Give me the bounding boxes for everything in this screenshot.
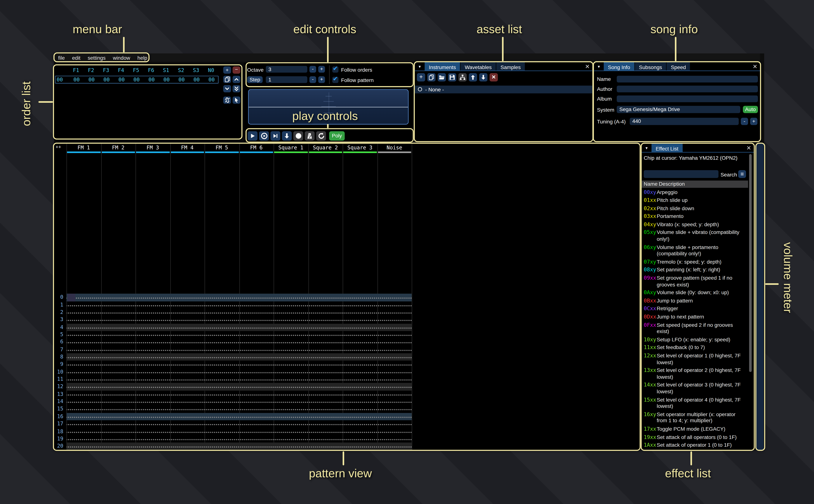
menu-item-help[interactable]: help <box>137 55 147 60</box>
pattern-row[interactable]: 15 <box>54 405 412 413</box>
menu-item-window[interactable]: window <box>113 55 130 60</box>
effect-row[interactable]: 01xxPitch slide up <box>642 196 748 204</box>
pattern-row[interactable]: 1 <box>54 301 412 309</box>
effect-row[interactable]: 14xxSet level of operator 3 (0 highest, … <box>642 381 748 396</box>
pattern-row[interactable]: 3 <box>54 316 412 323</box>
channel-header-fm-4[interactable]: FM 4 <box>170 145 204 151</box>
pattern-row[interactable]: 9 <box>54 361 412 368</box>
channel-header-fm-2[interactable]: FM 2 <box>101 145 135 151</box>
name-input[interactable] <box>617 76 758 83</box>
pattern-window[interactable]: ++ FM 1FM 2FM 3FM 4FM 5FM 6Square 1Squar… <box>54 144 640 450</box>
tuning-plus-button[interactable]: + <box>750 118 757 125</box>
pattern-row[interactable]: 4 <box>54 323 412 331</box>
asset-up-button[interactable] <box>469 73 477 81</box>
pattern-row[interactable]: 13 <box>54 391 412 398</box>
order-to-bottom-button[interactable] <box>233 85 240 92</box>
play-from-beginning-button[interactable] <box>259 131 269 141</box>
pattern-row[interactable]: 11 <box>54 376 412 383</box>
effect-row[interactable]: 13xxSet level of operator 2 (0 highest, … <box>642 367 748 381</box>
order-cell[interactable]: 00 <box>144 77 159 83</box>
remove-order-button[interactable]: − <box>233 66 240 74</box>
effect-row[interactable]: 0CxxRetrigger <box>642 305 748 313</box>
effect-row[interactable]: 09xxSet groove pattern (speed 1 if no gr… <box>642 274 748 289</box>
pattern-row[interactable]: 10 <box>54 368 412 376</box>
author-input[interactable] <box>617 86 758 92</box>
pattern-row[interactable]: 16 <box>54 413 412 420</box>
close-icon[interactable]: ✕ <box>582 62 592 71</box>
follow-orders-checkbox[interactable] <box>332 66 338 73</box>
tab-effect-list[interactable]: Effect List <box>651 144 682 152</box>
menu-item-file[interactable]: file <box>58 55 65 60</box>
duplicate-order-button[interactable] <box>223 76 231 83</box>
pattern-row[interactable]: 7 <box>54 346 412 353</box>
tab-subsongs[interactable]: Subsongs <box>635 62 666 71</box>
album-input[interactable] <box>617 95 758 102</box>
step-button[interactable]: Step <box>247 76 263 83</box>
window-collapse-icon[interactable]: ▾ <box>417 63 423 70</box>
pattern-row[interactable]: 2 <box>54 309 412 316</box>
step-minus-button[interactable]: - <box>309 76 316 83</box>
octave-plus-button[interactable]: + <box>318 66 325 73</box>
channel-header-fm-1[interactable]: FM 1 <box>66 145 101 151</box>
delete-asset-button[interactable]: ✕ <box>490 73 498 81</box>
channel-header-fm-5[interactable]: FM 5 <box>205 145 239 151</box>
pattern-row[interactable]: 17 <box>54 420 412 428</box>
window-collapse-icon[interactable]: ▾ <box>643 145 650 152</box>
effect-row[interactable]: 06xyVolume slide + portamento (compatibi… <box>642 243 748 258</box>
add-order-button[interactable]: + <box>223 66 231 74</box>
add-asset-button[interactable]: + <box>417 73 425 81</box>
channel-header-square-2[interactable]: Square 2 <box>308 145 342 151</box>
pattern-expand-corner[interactable]: ++ <box>55 144 61 149</box>
order-cell[interactable]: 00 <box>99 77 114 83</box>
duplicate-asset-button[interactable] <box>427 73 436 81</box>
step-input[interactable]: 1 <box>266 76 307 83</box>
poly-button[interactable]: Poly <box>329 131 345 141</box>
order-cell[interactable]: 00 <box>114 77 129 83</box>
order-cell[interactable]: 00 <box>174 77 189 83</box>
scrollbar[interactable] <box>749 154 752 372</box>
effect-row[interactable]: 15xxSet level of operator 4 (0 highest, … <box>642 396 748 410</box>
channel-header-fm-3[interactable]: FM 3 <box>135 145 170 151</box>
play-one-row-button[interactable] <box>270 131 280 141</box>
effect-search-input[interactable] <box>644 170 719 178</box>
effect-row[interactable]: 05xyVolume slide + vibrato (compatibilit… <box>642 229 748 243</box>
menu-item-settings[interactable]: settings <box>88 55 106 60</box>
pattern-row[interactable]: 0 <box>54 294 412 301</box>
channel-header-square-3[interactable]: Square 3 <box>343 145 377 151</box>
order-up-button[interactable] <box>233 76 240 83</box>
order-cell[interactable]: 00 <box>84 77 99 83</box>
effect-row[interactable]: 12xxSet level of operator 1 (0 highest, … <box>642 352 748 367</box>
order-cell[interactable]: 00 <box>204 77 219 83</box>
pattern-row[interactable]: 6 <box>54 338 412 346</box>
tuning-input[interactable]: 440 <box>630 118 739 125</box>
pattern-row[interactable]: 14 <box>54 398 412 405</box>
effect-row[interactable]: 0FxxSet speed (speed 2 if no grooves exi… <box>642 321 748 336</box>
tab-instruments[interactable]: Instruments <box>425 62 460 71</box>
effect-row[interactable]: 16xySet operator multiplier (x: operator… <box>642 410 748 425</box>
pattern-row[interactable]: 12 <box>54 383 412 391</box>
unlink-order-button[interactable] <box>223 97 231 104</box>
tab-speed[interactable]: Speed <box>667 62 690 71</box>
octave-minus-button[interactable]: - <box>309 66 316 73</box>
close-icon[interactable]: ✕ <box>750 62 760 71</box>
octave-input[interactable]: 3 <box>266 66 307 73</box>
order-cell[interactable]: 00 <box>69 77 84 83</box>
stop-button[interactable] <box>293 131 303 141</box>
effect-row[interactable]: 10xySetup LFO (x: enable; y: speed) <box>642 336 748 344</box>
order-cell[interactable]: 00 <box>189 77 204 83</box>
play-button[interactable] <box>247 131 257 141</box>
metronome-button[interactable] <box>305 131 315 141</box>
pattern-row[interactable]: 8 <box>54 353 412 361</box>
pattern-row[interactable]: 20 <box>54 443 412 450</box>
effect-row[interactable]: 02xxPitch slide down <box>642 204 748 213</box>
channel-header-square-1[interactable]: Square 1 <box>273 145 308 151</box>
effect-row[interactable]: 11xxSet feedback (0 to 7) <box>642 344 748 352</box>
pattern-row[interactable]: 5 <box>54 331 412 338</box>
tab-song-info[interactable]: Song Info <box>604 62 634 71</box>
window-collapse-icon[interactable]: ▾ <box>595 63 602 70</box>
open-asset-button[interactable] <box>438 73 446 81</box>
tab-wavetables[interactable]: Wavetables <box>461 62 496 71</box>
menu-item-edit[interactable]: edit <box>72 55 80 60</box>
effect-row[interactable]: 1AxxSet attack of operator 1 (0 to 1F) <box>642 441 748 449</box>
asset-down-button[interactable] <box>479 73 488 81</box>
